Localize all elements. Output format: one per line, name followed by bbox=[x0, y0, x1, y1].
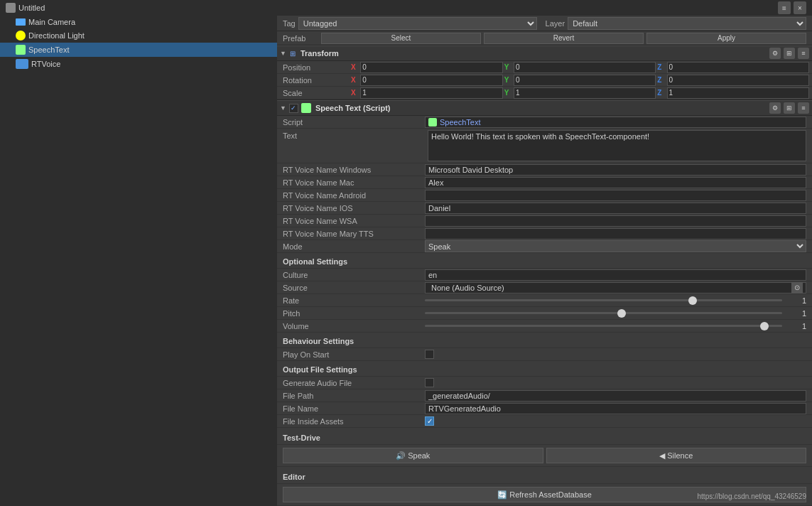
transform-section: ▼ ⊞ Transform ⚙ ⊞ ≡ Position X bbox=[277, 45, 812, 100]
prefab-apply-button[interactable]: Apply bbox=[646, 33, 806, 44]
pitch-slider-track[interactable] bbox=[425, 312, 782, 314]
voice-mary-label: RT Voice Name Mary TTS bbox=[283, 230, 425, 238]
rate-slider-thumb[interactable] bbox=[688, 296, 697, 305]
scale-x-input[interactable] bbox=[360, 87, 502, 99]
pitch-label: Pitch bbox=[283, 309, 425, 318]
voice-mary-row: RT Voice Name Mary TTS bbox=[277, 227, 812, 240]
sidebar-item-main-camera[interactable]: Main Camera bbox=[0, 16, 277, 28]
script-asset-icon bbox=[428, 118, 437, 126]
volume-slider-thumb[interactable] bbox=[760, 322, 769, 330]
pitch-slider-thumb[interactable] bbox=[617, 309, 626, 318]
voice-android-input[interactable] bbox=[425, 190, 806, 201]
scale-fields: X Y Z bbox=[351, 87, 809, 99]
position-y-input[interactable] bbox=[514, 62, 656, 73]
behaviour-settings-header: Behaviour Settings bbox=[277, 334, 812, 348]
volume-slider-track[interactable] bbox=[425, 325, 782, 327]
scale-y-input[interactable] bbox=[514, 87, 656, 99]
position-x-field: X bbox=[351, 62, 503, 73]
position-fields: X Y Z bbox=[351, 62, 809, 73]
layer-select[interactable]: Default bbox=[568, 17, 806, 30]
voice-mary-input[interactable] bbox=[425, 228, 806, 239]
file-path-label: File Path bbox=[283, 392, 425, 400]
optional-settings-title: Optional Settings bbox=[283, 257, 347, 266]
rotation-x-input[interactable] bbox=[360, 75, 502, 86]
source-row: Source None (Audio Source) ⊙ bbox=[277, 281, 812, 294]
test-drive-header: Test-Drive bbox=[277, 431, 812, 445]
generate-audio-label: Generate Audio File bbox=[283, 379, 425, 387]
transform-controls: ⚙ ⊞ ≡ bbox=[769, 48, 809, 59]
position-row: Position X Y Z bbox=[277, 61, 812, 74]
scale-y-field: Y bbox=[504, 87, 656, 99]
mode-select[interactable]: Speak bbox=[425, 240, 806, 252]
scale-label: Scale bbox=[280, 89, 351, 97]
output-file-settings-title: Output File Settings bbox=[283, 365, 357, 374]
voice-windows-label: RT Voice Name Windows bbox=[283, 166, 425, 174]
voice-wsa-input[interactable] bbox=[425, 215, 806, 227]
prefab-select-button[interactable]: Select bbox=[321, 33, 481, 44]
enabled-checkbox[interactable]: ✓ bbox=[289, 104, 298, 113]
source-field: None (Audio Source) ⊙ bbox=[425, 282, 806, 294]
title-bar: Untitled ≡ × bbox=[0, 0, 812, 16]
voice-windows-input[interactable] bbox=[425, 164, 806, 176]
pitch-row: Pitch 1 bbox=[277, 307, 812, 320]
speech-settings-icon[interactable]: ⚙ bbox=[769, 102, 781, 114]
sz-label: Z bbox=[657, 89, 665, 97]
speech-text-header: ▼ ✓ Speech Text (Script) ⚙ ⊞ ≡ bbox=[277, 100, 812, 116]
menu-button[interactable]: ≡ bbox=[778, 1, 791, 14]
prefab-revert-button[interactable]: Revert bbox=[484, 33, 644, 44]
rate-label: Rate bbox=[283, 296, 425, 305]
play-on-start-row: Play On Start bbox=[277, 348, 812, 361]
transform-settings-icon[interactable]: ⚙ bbox=[769, 48, 781, 59]
volume-slider-value: 1 bbox=[785, 322, 806, 330]
scale-z-input[interactable] bbox=[667, 87, 809, 99]
x-label: X bbox=[351, 63, 359, 71]
position-z-input[interactable] bbox=[667, 62, 809, 73]
tag-select[interactable]: Untagged bbox=[298, 17, 537, 30]
sidebar-item-speech-text[interactable]: SpeechText bbox=[0, 43, 277, 57]
tag-layer-row: Tag Untagged Layer Default bbox=[277, 16, 812, 31]
optional-settings-header: Optional Settings bbox=[277, 254, 812, 269]
speech-text-title: Speech Text (Script) bbox=[315, 104, 391, 112]
transform-layout-icon[interactable]: ⊞ bbox=[784, 48, 795, 59]
script-file-icon bbox=[301, 103, 311, 113]
silence-button[interactable]: ◀ Silence bbox=[546, 448, 807, 463]
voice-mac-label: RT Voice Name Mac bbox=[283, 178, 425, 187]
close-button[interactable]: × bbox=[794, 1, 806, 14]
rotation-z-input[interactable] bbox=[667, 75, 809, 86]
sidebar-item-label: Main Camera bbox=[28, 18, 75, 26]
position-x-input[interactable] bbox=[360, 62, 502, 73]
file-name-input[interactable] bbox=[425, 403, 806, 414]
inspector-panel: Tag Untagged Layer Default Prefab Select… bbox=[277, 16, 812, 506]
script-name: SpeechText bbox=[440, 118, 480, 126]
sidebar-item-directional-light[interactable]: Directional Light bbox=[0, 28, 277, 43]
position-z-field: Z bbox=[657, 62, 809, 73]
speech-more-icon[interactable]: ≡ bbox=[798, 102, 809, 114]
file-inside-assets-label: File Inside Assets bbox=[283, 417, 425, 426]
speak-button[interactable]: 🔊 Speak bbox=[283, 448, 543, 463]
scale-z-field: Z bbox=[657, 87, 809, 99]
file-path-input[interactable] bbox=[425, 390, 806, 402]
text-field-input[interactable]: Hello World! This text is spoken with a … bbox=[428, 130, 806, 161]
speech-layout-icon[interactable]: ⊞ bbox=[784, 102, 795, 114]
file-inside-assets-checkbox[interactable]: ✓ bbox=[425, 416, 434, 426]
culture-input[interactable] bbox=[425, 269, 806, 281]
transform-more-icon[interactable]: ≡ bbox=[798, 48, 809, 59]
rotation-y-input[interactable] bbox=[514, 75, 656, 86]
voice-ios-input[interactable] bbox=[425, 203, 806, 214]
rotation-fields: X Y Z bbox=[351, 75, 809, 86]
editor-header: Editor bbox=[277, 470, 812, 484]
generate-audio-checkbox[interactable] bbox=[425, 378, 434, 387]
volume-row: Volume 1 bbox=[277, 320, 812, 333]
rate-slider-value: 1 bbox=[785, 296, 806, 305]
rate-slider-track[interactable] bbox=[425, 299, 782, 301]
generate-audio-row: Generate Audio File bbox=[277, 377, 812, 389]
mode-row: Mode Speak bbox=[277, 240, 812, 253]
script-row: Script SpeechText bbox=[277, 116, 812, 129]
play-on-start-checkbox[interactable] bbox=[425, 350, 434, 359]
source-picker-button[interactable]: ⊙ bbox=[791, 282, 803, 294]
voice-mac-input[interactable] bbox=[425, 177, 806, 188]
sidebar-item-rtvoice[interactable]: RTVoice bbox=[0, 57, 277, 71]
test-drive-buttons: 🔊 Speak ◀ Silence bbox=[277, 445, 812, 467]
title-bar-controls: ≡ × bbox=[778, 1, 806, 14]
rate-row: Rate 1 bbox=[277, 294, 812, 307]
